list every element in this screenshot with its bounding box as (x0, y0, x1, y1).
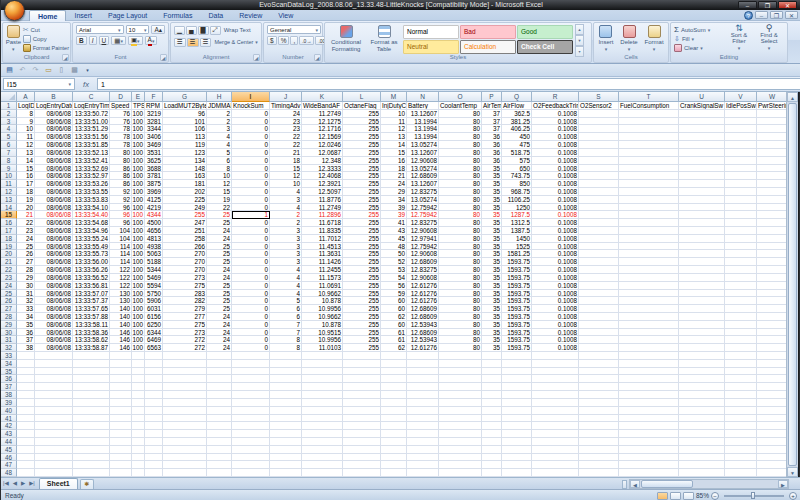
cell-I46[interactable] (232, 454, 270, 462)
cell-J45[interactable] (270, 446, 302, 454)
cell-E45[interactable] (132, 446, 145, 454)
format-painter-button[interactable]: Format Painter (23, 44, 69, 53)
cell-V24[interactable] (725, 282, 757, 290)
cell-O18[interactable]: 80 (439, 235, 482, 243)
column-header-D[interactable]: D (110, 92, 132, 102)
cell-C4[interactable]: 13:33:51.29 (73, 125, 110, 133)
cell-A34[interactable] (17, 360, 35, 368)
column-header-Q[interactable]: Q (502, 92, 532, 102)
cell-N12[interactable]: 12.83275 (407, 188, 439, 196)
cell-N9[interactable]: 13.05274 (407, 165, 439, 173)
cell-K2[interactable]: 11.2749 (302, 110, 343, 118)
cell-S37[interactable] (579, 383, 619, 391)
cell-A9[interactable]: 15 (17, 165, 35, 173)
cell-B10[interactable]: 08/06/08 (35, 172, 73, 180)
cell-C19[interactable]: 13:33:55.49 (73, 243, 110, 251)
cell-V34[interactable] (725, 360, 757, 368)
cell-S21[interactable] (579, 258, 619, 266)
cell-J14[interactable]: 4 (270, 204, 302, 212)
cell-L45[interactable] (343, 446, 381, 454)
cell-W30[interactable] (757, 329, 788, 337)
cell-K42[interactable] (302, 422, 343, 430)
cell-T23[interactable] (619, 274, 679, 282)
cell-K1[interactable]: WideBandAF (302, 102, 343, 110)
cell-N32[interactable]: 12.61276 (407, 344, 439, 352)
cell-R34[interactable] (532, 360, 579, 368)
cell-V10[interactable] (725, 172, 757, 180)
cell-L15[interactable]: 255 (343, 211, 381, 219)
cell-J30[interactable]: 7 (270, 329, 302, 337)
cell-T10[interactable] (619, 172, 679, 180)
cell-U29[interactable] (679, 321, 725, 329)
cell-Q10[interactable]: 743.75 (502, 172, 532, 180)
cell-J44[interactable] (270, 438, 302, 446)
cell-Q25[interactable]: 1593.75 (502, 290, 532, 298)
cell-R8[interactable]: 0.1008 (532, 157, 579, 165)
row-header-4[interactable]: 4 (1, 125, 17, 133)
cell-R23[interactable]: 0.1008 (532, 274, 579, 282)
cell-Q34[interactable] (502, 360, 532, 368)
cell-F3[interactable]: 3281 (145, 118, 163, 126)
cell-H45[interactable] (207, 446, 232, 454)
row-header-33[interactable]: 33 (1, 352, 17, 360)
cell-S4[interactable] (579, 125, 619, 133)
cell-F42[interactable] (145, 422, 163, 430)
cell-B32[interactable]: 08/06/08 (35, 344, 73, 352)
cell-V37[interactable] (725, 383, 757, 391)
cell-H41[interactable] (207, 415, 232, 423)
cell-G38[interactable] (163, 391, 207, 399)
cell-I9[interactable]: 0 (232, 165, 270, 173)
cell-F36[interactable] (145, 375, 163, 383)
cell-E32[interactable]: 100 (132, 344, 145, 352)
cell-W27[interactable] (757, 305, 788, 313)
cell-O16[interactable]: 80 (439, 219, 482, 227)
cell-H18[interactable]: 24 (207, 235, 232, 243)
cell-J41[interactable] (270, 415, 302, 423)
cell-K39[interactable] (302, 399, 343, 407)
cell-U23[interactable] (679, 274, 725, 282)
column-header-A[interactable]: A (17, 92, 35, 102)
cell-L38[interactable] (343, 391, 381, 399)
cell-H47[interactable] (207, 461, 232, 469)
cell-V5[interactable] (725, 133, 757, 141)
cell-V20[interactable] (725, 250, 757, 258)
cell-R48[interactable] (532, 469, 579, 477)
cell-M25[interactable]: 59 (381, 290, 407, 298)
cell-N29[interactable]: 12.53943 (407, 321, 439, 329)
cell-K19[interactable]: 11.4513 (302, 243, 343, 251)
cell-D18[interactable]: 104 (110, 235, 132, 243)
cell-V23[interactable] (725, 274, 757, 282)
align-left-button[interactable]: ☰ (174, 38, 186, 47)
vertical-scrollbar[interactable]: ▲ ▼ (786, 92, 798, 477)
cell-O2[interactable]: 80 (439, 110, 482, 118)
cell-C45[interactable] (73, 446, 110, 454)
scroll-up-button[interactable]: ▲ (787, 92, 798, 102)
cell-E13[interactable]: 100 (132, 196, 145, 204)
number-dialog-launcher[interactable]: ◢ (314, 54, 321, 61)
cell-D1[interactable]: Speed (110, 102, 132, 110)
cell-J13[interactable]: 3 (270, 196, 302, 204)
cell-B26[interactable]: 08/06/08 (35, 297, 73, 305)
cell-S2[interactable] (579, 110, 619, 118)
align-right-button[interactable]: ☰ (200, 38, 212, 47)
cell-P19[interactable]: 35 (482, 243, 502, 251)
cell-T27[interactable] (619, 305, 679, 313)
cell-M47[interactable] (381, 461, 407, 469)
cell-L33[interactable] (343, 352, 381, 360)
cell-S18[interactable] (579, 235, 619, 243)
cell-B8[interactable]: 08/06/08 (35, 157, 73, 165)
cell-V41[interactable] (725, 415, 757, 423)
cell-A11[interactable]: 17 (17, 180, 35, 188)
cell-U26[interactable] (679, 297, 725, 305)
cell-N35[interactable] (407, 368, 439, 376)
cell-B20[interactable]: 08/06/08 (35, 250, 73, 258)
cell-S1[interactable]: O2Sensor2 (579, 102, 619, 110)
cell-A46[interactable] (17, 454, 35, 462)
cell-E48[interactable] (132, 469, 145, 477)
cell-M29[interactable]: 60 (381, 321, 407, 329)
cell-A4[interactable]: 10 (17, 125, 35, 133)
cell-P39[interactable] (482, 399, 502, 407)
cell-P14[interactable]: 35 (482, 204, 502, 212)
cell-E43[interactable] (132, 430, 145, 438)
cell-Q22[interactable]: 1593.75 (502, 266, 532, 274)
